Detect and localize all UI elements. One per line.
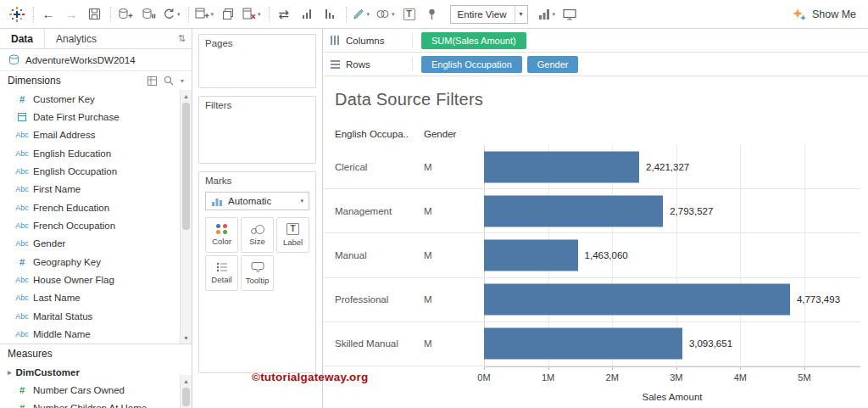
new-data-source-button[interactable] [117,3,134,25]
dimension-field[interactable]: AbcHouse Owner Flag [0,271,180,288]
pause-auto-updates-button[interactable] [140,3,157,25]
detail-button[interactable]: Detail [205,255,238,291]
dropdown-caret-icon: ▾ [392,11,395,18]
dimension-field[interactable]: AbcFirst Name [0,181,180,198]
show-hide-cards-button[interactable]: ▾ [538,3,556,25]
clear-sheet-button[interactable]: ▾ [242,3,261,25]
dimension-field[interactable]: AbcFrench Education [0,198,180,216]
measure-group-dimcustomer[interactable]: ▸ DimCustomer [0,363,192,381]
dimensions-menu-caret-icon[interactable]: ▾ [181,77,184,85]
bar-value-label: 3,093,651 [689,338,732,349]
dimension-field[interactable]: AbcFrench Occupation [0,216,180,234]
dimension-field[interactable]: AbcMiddle Name [0,325,180,343]
view-as-grid-icon[interactable] [147,76,157,86]
sort-ascending-button[interactable] [298,3,315,25]
shelf-pill[interactable]: SUM(Sales Amount) [421,32,526,49]
dimension-field[interactable]: Date First Purchase [0,108,180,126]
shelf-divider [412,33,413,48]
dimension-field[interactable]: #Geography Key [0,253,180,271]
field-label: Marital Status [33,311,92,321]
duplicate-sheet-button[interactable] [220,3,236,25]
scrollbar-thumb[interactable] [182,388,190,406]
occupation-label: Clerical [335,162,367,172]
shelf-pill[interactable]: Gender [527,56,579,73]
gender-label: M [424,338,432,349]
search-icon[interactable] [164,75,174,86]
show-me-button[interactable]: Show Me [792,8,860,21]
dimension-field[interactable]: AbcEnglish Occupation [0,162,180,180]
measure-field[interactable]: #Number Children At Home [0,399,192,408]
field-label: English Education [33,148,111,159]
filters-shelf[interactable]: Filters [198,96,316,164]
columns-shelf[interactable]: Columns SUM(Sales Amount) [323,29,868,53]
field-label: Geography Key [33,257,101,267]
presentation-mode-button[interactable] [561,3,578,25]
gender-label: M [424,250,432,260]
scroll-down-icon[interactable]: ▼ [181,332,192,344]
tab-analytics[interactable]: Analytics [45,29,108,48]
tableau-window: ←→▾▾▾⇄▾▾T Entire View ▾ ▾ Show Me Data A… [0,0,868,408]
tooltip-button[interactable]: Tooltip [241,255,274,291]
data-source-name: AdventureWorksDW2014 [25,55,136,65]
rows-icon [331,59,340,69]
dimensions-scrollbar[interactable]: ▲ ▼ [180,90,192,344]
dimension-field[interactable]: AbcGender [0,235,180,253]
measure-field[interactable]: #Number Cars Owned [0,381,192,399]
measures-list: #Number Cars Owned#Number Children At Ho… [0,381,192,408]
shelf-pill[interactable]: English Occupation [421,56,522,73]
dimension-field[interactable]: #Customer Key [0,90,180,108]
field-label: French Occupation [33,221,115,231]
color-button[interactable]: Color [205,217,238,253]
label-button[interactable]: TLabel [276,217,309,253]
bar-mark[interactable] [484,151,639,182]
dimension-field[interactable]: AbcLast Name [0,289,180,307]
mark-type-dropdown[interactable]: Automatic ▾ [205,192,309,210]
save-button[interactable] [86,3,103,25]
highlight-button[interactable]: ▾ [353,3,370,25]
fix-axes-button[interactable] [424,3,441,25]
mark-type-icon [211,195,223,207]
toolbar-separator [188,7,189,22]
tab-data[interactable]: Data [0,29,45,48]
columns-text: Columns [346,36,384,46]
size-button[interactable]: Size [241,217,274,253]
rows-shelf[interactable]: Rows English OccupationGender [323,53,868,76]
sheet-view: Data Source Filters English Occupa.. Gen… [323,76,868,408]
data-source-item[interactable]: AdventureWorksDW2014 [0,49,192,71]
dimension-field[interactable]: AbcEmail Address [0,126,180,144]
measures-scrollbar[interactable]: ▲ [180,375,192,408]
bar-mark[interactable] [484,239,578,271]
chart-row: ManagementM2,793,527 [323,189,860,233]
bar-mark[interactable] [484,328,682,360]
dimension-field[interactable]: AbcMarital Status [0,307,180,325]
filters-label: Filters [205,100,231,110]
scrollbar-thumb[interactable] [182,103,190,230]
fit-view-select[interactable]: Entire View ▾ [450,5,528,24]
gender-column-header[interactable]: Gender [424,129,456,139]
undo-button[interactable]: ← [40,3,57,25]
string-icon: Abc [11,293,33,302]
dropdown-caret-icon: ▾ [553,11,556,18]
group-members-button[interactable]: ▾ [376,3,395,25]
pages-shelf[interactable]: Pages [198,34,316,88]
field-label: House Owner Flag [33,275,114,285]
occupation-column-header[interactable]: English Occupa.. [335,129,409,139]
marks-card: Marks Automatic ▾ ColorSizeTLabelDetailT… [198,171,316,373]
scroll-up-icon[interactable]: ▲ [181,375,192,387]
expander-icon[interactable]: ▸ [8,368,12,377]
pane-control-icon[interactable]: ⇅ [178,29,192,48]
number-icon: # [11,94,33,104]
swap-rows-columns-button[interactable]: ⇄ [275,3,292,25]
redo-button[interactable]: → [63,3,80,25]
chevron-down-icon[interactable]: ▾ [515,6,527,23]
show-mark-labels-button[interactable]: T [401,3,418,25]
chevron-down-icon[interactable]: ▾ [300,198,303,204]
bar-mark[interactable] [484,284,790,316]
scroll-up-icon[interactable]: ▲ [181,90,192,102]
run-update-button[interactable]: ▾ [163,3,181,25]
new-worksheet-button[interactable]: ▾ [195,3,214,25]
dimension-field[interactable]: AbcEnglish Education [0,144,180,162]
sort-descending-button[interactable] [321,3,338,25]
bar-mark[interactable] [484,195,663,226]
rows-text: Rows [346,59,370,70]
